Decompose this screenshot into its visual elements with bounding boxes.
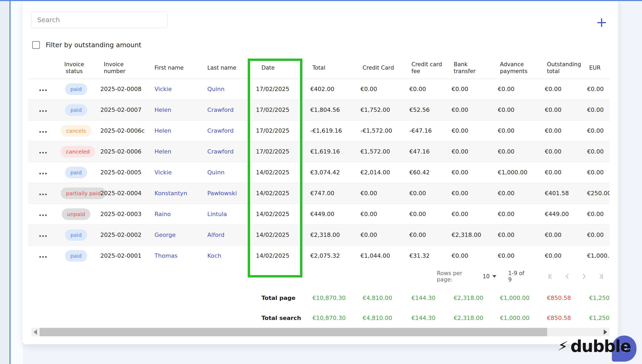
table-row: paid2025-02-0007HelenCrawford17/02/2025€… <box>28 100 610 121</box>
last-name-link[interactable]: Quinn <box>207 86 224 92</box>
totals-value: €10,870.30 <box>312 295 346 301</box>
date-cell: 14/02/2025 <box>250 204 304 225</box>
date-cell: 14/02/2025 <box>250 183 304 204</box>
next-page-button[interactable] <box>580 272 588 280</box>
scroll-left-arrow-icon[interactable] <box>34 329 37 335</box>
amount-cell: €0.00 <box>354 204 403 225</box>
last-name-link[interactable]: Quinn <box>207 169 224 176</box>
invoice-number-cell: 2025-02-0001 <box>94 246 148 266</box>
invoices-card: + Filter by outstanding amount Invoice s… <box>23 0 618 344</box>
amount-cell: €2,318.00 <box>445 225 491 246</box>
amount-cell: €0.00 <box>445 162 491 183</box>
totals-label: Total search <box>261 315 301 321</box>
column-header-invoice-number: Invoice number <box>94 57 148 79</box>
totals-value: €1,000.00 <box>500 315 529 321</box>
first-name-link[interactable]: Helen <box>154 127 171 134</box>
amount-cell: €0.00 <box>445 121 491 141</box>
previous-page-button[interactable] <box>563 272 571 280</box>
amount-cell: €0.00 <box>538 246 581 266</box>
pagination-range-label: 1-9 of 9 <box>508 270 528 283</box>
amount-cell: €60.42 <box>403 162 445 183</box>
rows-per-page-select[interactable]: 10 <box>482 273 496 280</box>
amount-cell: €0.00 <box>491 141 538 162</box>
dubble-logo: ⚡ dubble <box>558 338 631 355</box>
table-row: canceled2025-02-0006HelenCrawford17/02/2… <box>28 141 610 162</box>
column-header-credit-card-fee: Credit card fee <box>403 57 445 79</box>
last-name-link[interactable]: Crawford <box>207 107 234 113</box>
logo-text: dubble <box>570 338 631 355</box>
invoice-number-cell: 2025-02-0002 <box>94 225 148 246</box>
last-name-link[interactable]: Lintula <box>207 211 227 217</box>
first-name-link[interactable]: Konstantyn <box>154 190 187 197</box>
first-name-link[interactable]: George <box>154 232 176 238</box>
row-menu-button[interactable] <box>39 256 47 258</box>
horizontal-scrollbar[interactable] <box>31 328 609 336</box>
last-name-link[interactable]: Crawford <box>207 148 234 155</box>
amount-cell: €47.16 <box>403 141 445 162</box>
column-header-invoice-status: Invoice status <box>54 57 94 79</box>
column-header-outstanding-total: Outstanding total <box>538 57 581 79</box>
row-menu-button[interactable] <box>39 89 47 91</box>
last-name-link[interactable]: Koch <box>207 252 221 259</box>
first-name-link[interactable]: Helen <box>154 148 171 155</box>
last-page-icon <box>597 272 605 280</box>
row-menu-button[interactable] <box>39 152 47 154</box>
chevron-down-icon <box>492 275 496 278</box>
first-name-link[interactable]: Vickie <box>154 86 172 92</box>
totals-value: €1,250.00 <box>589 315 610 321</box>
status-badge: unpaid <box>62 208 91 220</box>
totals-value: €850.58 <box>547 315 571 321</box>
last-name-link[interactable]: Crawford <box>207 127 234 134</box>
date-cell: 14/02/2025 <box>250 246 304 266</box>
first-name-link[interactable]: Helen <box>154 107 171 113</box>
lightning-bolt-icon: ⚡ <box>557 339 569 354</box>
totals-value: €10,870.30 <box>312 315 346 321</box>
amount-cell: €31.32 <box>403 246 445 266</box>
scrollbar-thumb[interactable] <box>40 328 547 336</box>
amount-cell: €250.00 <box>581 183 610 204</box>
amount-cell: €0.00 <box>581 100 610 121</box>
chevron-right-icon <box>580 272 588 280</box>
amount-cell: €1,044.00 <box>354 246 403 266</box>
first-name-link[interactable]: Raino <box>154 211 171 217</box>
totals-label: Total page <box>261 295 296 301</box>
column-header-credit-card: Credit Card <box>354 57 403 79</box>
amount-cell: €0.00 <box>538 141 581 162</box>
column-header-advance-payments: Advance payments <box>491 57 538 79</box>
invoice-number-cell: 2025-02-0008 <box>94 79 148 100</box>
status-badge: paid <box>65 167 87 178</box>
amount-cell: €0.00 <box>403 183 445 204</box>
row-menu-button[interactable] <box>39 214 47 216</box>
table-row: paid2025-02-0001ThomasKoch14/02/2025€2,0… <box>28 246 610 266</box>
column-header-total: Total <box>304 57 354 79</box>
first-name-link[interactable]: Vickie <box>154 169 172 176</box>
totals-value: €1,250.00 <box>589 295 610 301</box>
row-menu-button[interactable] <box>39 131 47 133</box>
scroll-right-arrow-icon[interactable] <box>604 329 607 335</box>
row-menu-button[interactable] <box>39 173 47 174</box>
amount-cell: €0.00 <box>491 183 538 204</box>
row-menu-button[interactable] <box>39 194 47 195</box>
amount-cell: €1,804.56 <box>304 100 354 121</box>
row-menu-button[interactable] <box>39 235 47 237</box>
invoice-number-cell: 2025-02-0004 <box>94 183 148 204</box>
status-badge: paid <box>65 250 87 262</box>
amount-cell: €0.00 <box>354 79 403 100</box>
amount-cell: €449.00 <box>538 204 581 225</box>
last-name-link[interactable]: Pawłowski <box>207 190 237 197</box>
amount-cell: €402.00 <box>304 79 354 100</box>
date-cell: 14/02/2025 <box>250 225 304 246</box>
row-menu-button[interactable] <box>39 110 47 112</box>
last-name-link[interactable]: Alford <box>207 232 224 238</box>
last-page-button[interactable] <box>597 272 605 280</box>
amount-cell: €0.00 <box>581 204 610 225</box>
status-badge: paid <box>65 229 87 241</box>
totals-value: €144.30 <box>411 315 435 321</box>
amount-cell: €0.00 <box>445 204 491 225</box>
invoice-number-cell: 2025-02-0003 <box>94 204 148 225</box>
amount-cell: €1,000.00 <box>491 162 538 183</box>
first-page-button[interactable] <box>546 272 554 280</box>
amount-cell: €0.00 <box>491 79 538 100</box>
first-name-link[interactable]: Thomas <box>154 252 177 259</box>
date-cell: 17/02/2025 <box>250 79 304 100</box>
